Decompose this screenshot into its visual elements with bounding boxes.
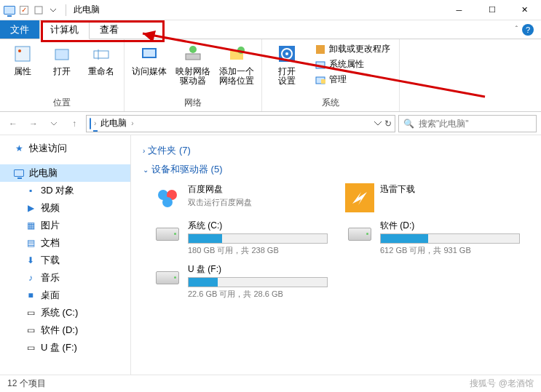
maximize-button[interactable]: ☐ <box>475 0 508 20</box>
search-icon: 🔍 <box>403 119 414 129</box>
rename-button[interactable]: 重命名 <box>83 41 119 78</box>
sidebar-item-drive-c[interactable]: ▭系统 (C:) <box>0 304 130 321</box>
sidebar-item-drive-d[interactable]: ▭软件 (D:) <box>0 321 130 339</box>
separator <box>66 4 66 16</box>
breadcrumb-root[interactable]: 此电脑 <box>99 117 128 129</box>
body: ★快速访问 此电脑 ▪3D 对象 ▶视频 ▦图片 ▤文档 ⬇下载 ♪音乐 ■桌面… <box>0 135 541 375</box>
qat-properties-icon[interactable] <box>32 4 45 17</box>
drive-icon <box>153 220 182 249</box>
quick-access-toolbar: ✓ <box>0 4 63 17</box>
ribbon-group-location: 属性 打开 重命名 位置 <box>0 39 125 111</box>
minimize-button[interactable]: ─ <box>443 0 475 20</box>
system-properties-button[interactable]: 系统属性 <box>313 57 392 71</box>
sidebar-quick-access[interactable]: ★快速访问 <box>0 140 130 157</box>
download-icon: ⬇ <box>25 255 36 266</box>
crumb-sep-icon: › <box>94 119 96 127</box>
back-button[interactable]: ← <box>4 115 22 132</box>
svg-point-16 <box>285 52 288 55</box>
drive-icon: ▭ <box>25 342 36 353</box>
refresh-button[interactable]: ↻ <box>384 119 392 129</box>
map-drive-icon <box>181 42 205 65</box>
open-button[interactable]: 打开 <box>44 41 80 78</box>
status-bar: 12 个项目 搜狐号 @老酒馆 <box>0 375 541 392</box>
ribbon-right-controls: ˆ ? <box>516 20 541 39</box>
group-header-folders[interactable]: ›文件夹 (7) <box>143 141 529 160</box>
manage-button[interactable]: 管理 <box>313 73 392 87</box>
sidebar-item-documents[interactable]: ▤文档 <box>0 234 130 252</box>
sidebar-item-3d[interactable]: ▪3D 对象 <box>0 182 130 199</box>
qat-dropdown-icon[interactable] <box>47 4 60 17</box>
sidebar-item-music[interactable]: ♪音乐 <box>0 269 130 287</box>
svg-rect-6 <box>94 51 108 58</box>
music-icon: ♪ <box>25 272 36 284</box>
app-icon <box>3 4 16 17</box>
group-label-location: 位置 <box>4 95 119 110</box>
content-pane[interactable]: ›文件夹 (7) ⌄设备和驱动器 (5) 百度网盘 双击运行百度网盘 迅雷下载 … <box>131 135 541 375</box>
video-icon: ▶ <box>25 202 36 214</box>
drive-tile-d[interactable]: 软件 (D:) 612 GB 可用，共 931 GB <box>345 220 520 256</box>
navigation-pane[interactable]: ★快速访问 此电脑 ▪3D 对象 ▶视频 ▦图片 ▤文档 ⬇下载 ♪音乐 ■桌面… <box>0 135 131 375</box>
address-bar-row: ← → ↑ › 此电脑 › ↻ 🔍 <box>0 112 541 135</box>
drive-icon: ▭ <box>25 307 36 319</box>
search-input[interactable] <box>419 119 532 129</box>
drive-icon: ▭ <box>25 324 36 336</box>
add-location-icon <box>225 42 248 65</box>
access-media-button[interactable]: 访问媒体 <box>129 41 170 78</box>
address-dropdown-icon[interactable] <box>374 119 382 129</box>
drive-tile-c[interactable]: 系统 (C:) 180 GB 可用，共 238 GB <box>153 220 328 256</box>
forward-button[interactable]: → <box>25 115 42 132</box>
properties-button[interactable]: 属性 <box>4 41 41 78</box>
title-bar: ✓ 此电脑 ─ ☐ ✕ <box>0 0 541 20</box>
tab-view[interactable]: 查看 <box>90 20 129 39</box>
svg-point-13 <box>237 47 245 54</box>
chevron-down-icon: ⌄ <box>143 166 149 174</box>
svg-rect-20 <box>321 79 325 84</box>
picture-icon: ▦ <box>25 220 36 231</box>
uninstall-programs-button[interactable]: 卸载或更改程序 <box>313 42 392 56</box>
star-icon: ★ <box>13 143 25 154</box>
pc-icon <box>90 119 91 129</box>
group-label-network: 网络 <box>129 95 257 110</box>
recent-dropdown[interactable] <box>45 115 63 132</box>
manage-icon <box>315 74 326 86</box>
map-drive-button[interactable]: 映射网络 驱动器 <box>173 41 213 87</box>
svg-rect-17 <box>316 45 325 54</box>
open-icon <box>50 42 74 65</box>
sidebar-item-downloads[interactable]: ⬇下载 <box>0 252 130 269</box>
open-settings-button[interactable]: 打开 设置 <box>266 41 307 87</box>
add-network-location-button[interactable]: 添加一个 网络位置 <box>216 41 257 87</box>
sidebar-item-drive-f[interactable]: ▭U 盘 (F:) <box>0 339 130 356</box>
media-icon <box>138 42 161 65</box>
window-title: 此电脑 <box>74 4 100 16</box>
qat-checkbox-icon[interactable]: ✓ <box>17 4 31 17</box>
ribbon-group-network: 访问媒体 映射网络 驱动器 添加一个 网络位置 网络 <box>125 39 262 111</box>
sidebar-item-desktop[interactable]: ■桌面 <box>0 287 130 304</box>
properties-icon <box>11 42 34 65</box>
tab-computer[interactable]: 计算机 <box>39 20 90 39</box>
ribbon: 属性 打开 重命名 位置 访问媒体 映射网络 驱动器 <box>0 39 541 112</box>
ribbon-collapse-icon[interactable]: ˆ <box>516 25 518 33</box>
close-button[interactable]: ✕ <box>508 0 541 20</box>
app-tile-baidu[interactable]: 百度网盘 双击运行百度网盘 <box>153 183 328 212</box>
svg-rect-9 <box>143 49 155 57</box>
sysprops-icon <box>315 59 326 71</box>
system-items: 卸载或更改程序 系统属性 管理 <box>310 41 395 88</box>
address-bar[interactable]: › 此电脑 › ↻ <box>86 115 395 132</box>
app-tile-xunlei[interactable]: 迅雷下载 <box>345 183 520 212</box>
baidu-icon <box>153 183 182 212</box>
up-button[interactable]: ↑ <box>66 115 83 132</box>
drive-tile-f[interactable]: U 盘 (F:) 22.6 GB 可用，共 28.6 GB <box>153 263 328 300</box>
drive-icon <box>345 220 374 249</box>
watermark-text: 搜狐号 @老酒馆 <box>470 377 534 390</box>
sidebar-item-videos[interactable]: ▶视频 <box>0 199 130 217</box>
sidebar-item-pictures[interactable]: ▦图片 <box>0 217 130 234</box>
svg-rect-0 <box>35 7 42 14</box>
ribbon-group-system: 打开 设置 卸载或更改程序 系统属性 管理 系统 <box>262 39 400 111</box>
sidebar-this-pc[interactable]: 此电脑 <box>0 164 130 182</box>
group-header-drives[interactable]: ⌄设备和驱动器 (5) <box>143 160 529 179</box>
settings-icon <box>275 42 299 65</box>
tab-file[interactable]: 文件 <box>0 20 39 39</box>
help-icon[interactable]: ? <box>522 24 534 36</box>
group-label-system: 系统 <box>266 95 395 110</box>
search-box[interactable]: 🔍 <box>398 115 537 132</box>
